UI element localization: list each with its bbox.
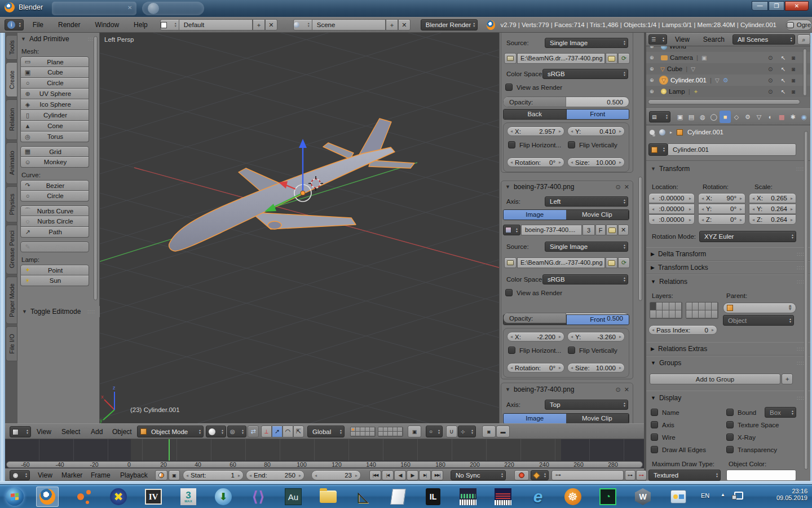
ogre-button[interactable]: Ogre — [785, 20, 812, 30]
front-option[interactable]: Front — [567, 110, 629, 119]
image-datablock-icon-button[interactable] — [504, 53, 517, 64]
taskbar-display-settings-app[interactable] — [667, 487, 690, 507]
add-scene-button[interactable]: ＋ — [386, 19, 398, 30]
layer-cell[interactable] — [705, 303, 712, 310]
taskbar-fl-studio-app[interactable]: IL — [422, 487, 444, 507]
network-tray-icon[interactable] — [734, 492, 743, 500]
xray-checkbox[interactable] — [726, 433, 734, 441]
taskbar-visual-studio-app[interactable]: ⟨⟩ — [247, 487, 270, 507]
tab-world[interactable]: ◯ — [708, 111, 720, 123]
image-name-field[interactable]: boeing-737-400.... — [521, 225, 582, 235]
menu-view[interactable]: View — [37, 428, 51, 436]
image-movieclip-toggle[interactable]: Image Movie Clip — [503, 209, 629, 220]
axis-select[interactable]: Top — [545, 400, 628, 410]
taskbar-blender-button[interactable] — [36, 487, 59, 507]
camera-data-icon[interactable]: ▣ — [701, 55, 707, 61]
panel-grip-icon[interactable]: :::: — [797, 346, 805, 352]
movie-clip-option[interactable]: Movie Clip — [566, 210, 629, 220]
delete-layout-button[interactable]: ✕ — [265, 19, 277, 30]
outliner-row-camera[interactable]: ⊕ Camera | ▣ ⊙ ↖ ◙ — [646, 52, 810, 63]
breadcrumb-object-name[interactable]: Cylinder.001 — [687, 129, 723, 135]
flip-horizontally-row[interactable]: Flip Horizont... — [508, 141, 561, 148]
layer-cell[interactable] — [393, 432, 398, 436]
new-group-plus-button[interactable]: ＋ — [782, 374, 793, 384]
layer-cell[interactable] — [388, 427, 393, 432]
color-space-select[interactable]: sRGB — [542, 274, 628, 284]
taskbar-audition-app[interactable]: Au — [282, 487, 304, 507]
tab-constraints[interactable]: ◇ — [731, 111, 742, 123]
render-restrict-icon[interactable]: ◙ — [792, 77, 795, 84]
add-path-button[interactable]: ↗Path — [20, 227, 89, 238]
next-keyframe-button[interactable]: ▶| — [419, 470, 431, 480]
outliner-horizontal-scrollbar[interactable] — [648, 99, 800, 104]
add-uv-sphere-button[interactable]: ⊕UV Sphere — [20, 89, 89, 99]
3d-viewport[interactable]: x y z Left Persp (23) Cylinder.001 — [100, 33, 499, 423]
layer-cell[interactable] — [370, 427, 375, 432]
outliner-row-cylinder[interactable]: ⊕ ▽ Cylinder.001 | ▽ ⚙ ⊙ ↖ ◙ — [646, 75, 810, 86]
outliner-row-lamp[interactable]: ⊕ Lamp | ✦ ⊙ ↖ ◙ — [646, 86, 810, 97]
object-name-field[interactable]: Cylinder.001 — [668, 143, 796, 156]
add-nurbs-circle-button[interactable]: ◌Nurbs Circle — [20, 216, 89, 227]
taskbar-iv-app[interactable]: IV — [142, 487, 165, 507]
scale-x-field[interactable]: X:0.265 — [749, 193, 796, 203]
tab-particles[interactable]: ✱ — [787, 111, 798, 123]
render-restrict-icon[interactable]: ◙ — [792, 89, 795, 95]
flip-horizontally-checkbox[interactable] — [508, 347, 515, 354]
maximize-button[interactable]: ❐ — [769, 1, 784, 11]
editor-type-button[interactable]: i — [5, 19, 24, 30]
tab-texture[interactable]: ▩ — [776, 111, 787, 123]
add-torus-button[interactable]: ◎Torus — [20, 132, 89, 142]
add-primitive-panel-header[interactable]: ▼ Add Primitive :::: — [17, 35, 99, 44]
taskbar-synth-app-2[interactable] — [492, 487, 514, 507]
location-y-field[interactable]: :0.00000 — [648, 204, 695, 214]
end-frame-field[interactable]: End:250 — [246, 470, 304, 480]
image-datablock-button[interactable] — [503, 225, 520, 235]
size-field[interactable]: Size:10.000 — [567, 157, 625, 167]
snap-element-select[interactable]: ⊹ — [458, 426, 476, 437]
start-frame-field[interactable]: Start:1 — [183, 470, 244, 480]
modifier-wrench-icon[interactable]: ⚙ — [723, 77, 729, 84]
tab-scene[interactable]: ◍ — [697, 111, 708, 123]
insert-keyframe-button[interactable]: ⊶ — [625, 470, 636, 480]
scene-icon-button[interactable] — [293, 19, 312, 30]
panel-grip-icon[interactable]: :::: — [797, 360, 805, 366]
translate-manipulator-button[interactable]: ➚ — [272, 426, 283, 437]
menu-add[interactable]: Add — [91, 428, 103, 436]
current-frame-field[interactable]: 23 — [311, 470, 361, 480]
airplane-model[interactable] — [169, 119, 414, 251]
layer-cell[interactable] — [669, 303, 676, 310]
display-xray-row[interactable]: X-Ray — [726, 433, 756, 441]
reload-image-button[interactable]: ⟳ — [618, 53, 630, 64]
viewport-shading-select[interactable] — [206, 426, 226, 437]
tab-render-layers[interactable]: ▤ — [686, 111, 697, 123]
rotation-mode-select[interactable]: XYZ Euler — [699, 231, 796, 242]
layer-cell[interactable] — [686, 303, 692, 310]
screen-layout-field[interactable]: Default — [179, 19, 253, 30]
mesh-data-icon[interactable]: ▽ — [691, 66, 695, 72]
timeline-region[interactable]: -60 -40 -20 0 20 40 60 80 100 120 140 16… — [5, 439, 644, 468]
flip-vertically-row[interactable]: Flip Vertically — [568, 347, 617, 354]
pass-index-field[interactable]: Pass Index:0 — [648, 325, 717, 335]
add-sun-lamp-button[interactable]: ☀Sun — [20, 275, 89, 286]
tab-physics[interactable]: ◉ — [798, 111, 810, 123]
max-draw-type-select[interactable]: Textured — [648, 470, 721, 481]
users-count-button[interactable]: 3 — [582, 225, 595, 235]
layer-cell[interactable] — [370, 432, 375, 436]
hide-eye-icon[interactable]: ⊙ — [768, 89, 773, 95]
taskbar-3dsmax-app[interactable]: 3MAX — [177, 487, 200, 507]
layer-cell[interactable] — [686, 310, 692, 318]
selectable-arrow-icon[interactable]: ↖ — [781, 66, 785, 72]
reload-image-button[interactable]: ⟳ — [618, 257, 630, 268]
remove-panel-icon[interactable]: ✕ — [624, 183, 629, 191]
play-button[interactable]: ▶ — [407, 470, 418, 480]
layer-cell[interactable] — [663, 310, 669, 318]
transform-locks-section[interactable]: ▶Transform Locks:::: — [646, 261, 810, 274]
display-axis-row[interactable]: Axis — [651, 421, 674, 428]
sync-mode-select[interactable]: No Sync — [451, 470, 506, 480]
play-reverse-button[interactable]: ◀ — [394, 470, 406, 480]
taskbar-w-shield-app[interactable]: W — [632, 487, 654, 507]
tab-animation[interactable]: Animatio — [6, 142, 17, 184]
visibility-eye-icon[interactable]: ⊙ — [616, 386, 621, 393]
menu-select[interactable]: Select — [61, 428, 80, 436]
manipulator-toggle-button[interactable]: ⇄ — [248, 426, 259, 437]
